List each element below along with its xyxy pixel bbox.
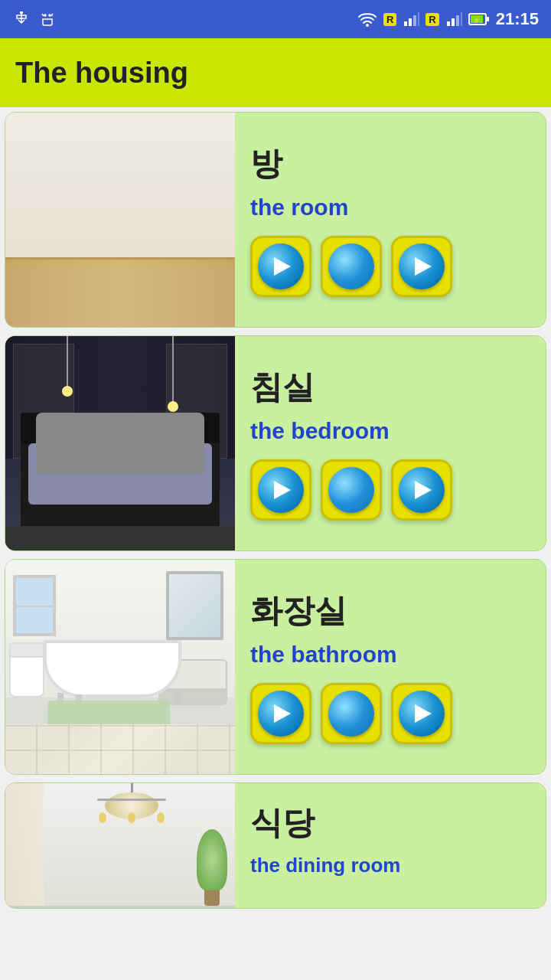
room-play-inner-1 — [258, 243, 304, 289]
wifi-icon — [357, 11, 377, 28]
room-circle-inner — [328, 243, 374, 289]
svg-point-1 — [366, 24, 369, 27]
bedroom-play-inner-2 — [399, 467, 445, 513]
bedroom-play-triangle-1 — [274, 481, 291, 499]
room-play-button-2[interactable] — [391, 236, 452, 297]
status-right-icons: R R ⚡ 21:15 — [357, 9, 539, 29]
bathroom-illustration — [5, 560, 235, 774]
bedroom-play-button-1[interactable] — [250, 459, 311, 521]
svg-rect-4 — [413, 15, 416, 26]
bathroom-card-content: 화장실 the bathroom — [235, 560, 546, 774]
bedroom-buttons — [250, 459, 533, 521]
usb-icon — [12, 10, 31, 28]
svg-rect-8 — [456, 15, 459, 26]
bedroom-english: the bedroom — [250, 418, 533, 444]
signal-indicator-2: R — [425, 13, 439, 26]
bathroom-image — [5, 560, 235, 774]
svg-rect-0 — [20, 11, 23, 14]
room-play-inner-2 — [399, 243, 445, 289]
bathroom-buttons — [250, 683, 533, 744]
dining-english: the dining room — [250, 854, 533, 877]
room-card-content: 방 the room — [235, 113, 546, 327]
room-play-button-1[interactable] — [250, 236, 311, 297]
card-bedroom: 침실 the bedroom — [5, 335, 546, 551]
room-image — [5, 113, 235, 327]
time-display: 21:15 — [496, 9, 539, 29]
bathroom-play-inner-1 — [258, 691, 304, 737]
bedroom-play-inner-1 — [258, 467, 304, 513]
bedroom-korean: 침실 — [250, 366, 533, 409]
bedroom-play-button-2[interactable] — [391, 459, 452, 521]
bathroom-circle-inner — [328, 691, 374, 737]
status-bar: R R ⚡ 21:15 — [0, 0, 551, 38]
bedroom-illustration — [5, 336, 235, 550]
room-illustration — [5, 113, 235, 327]
svg-rect-2 — [404, 21, 407, 26]
card-room: 방 the room — [5, 112, 546, 328]
signal-bars-2 — [445, 11, 462, 28]
room-buttons — [250, 236, 533, 297]
card-dining: 식당 the dining room — [5, 782, 546, 909]
room-circle-button[interactable] — [321, 236, 382, 297]
svg-rect-7 — [452, 18, 455, 26]
svg-rect-9 — [461, 12, 462, 26]
bathroom-play-button-2[interactable] — [391, 683, 452, 744]
bathroom-play-triangle-1 — [274, 704, 291, 723]
dining-illustration — [5, 783, 235, 906]
room-korean: 방 — [250, 142, 533, 185]
status-left-icons — [12, 10, 57, 28]
room-english: the room — [250, 194, 533, 220]
svg-rect-3 — [409, 18, 412, 26]
svg-rect-12 — [486, 17, 489, 21]
page-title: The housing — [15, 57, 188, 90]
app-header: The housing — [0, 38, 551, 107]
bathroom-play-inner-2 — [399, 691, 445, 737]
svg-rect-6 — [447, 21, 450, 26]
bedroom-card-content: 침실 the bedroom — [235, 336, 546, 550]
bedroom-circle-inner — [328, 467, 374, 513]
dining-image — [5, 783, 235, 908]
bedroom-image — [5, 336, 235, 550]
room-play-triangle-2 — [415, 257, 432, 276]
svg-text:⚡: ⚡ — [473, 16, 481, 24]
card-bathroom: 화장실 the bathroom — [5, 559, 546, 775]
bathroom-circle-button[interactable] — [321, 683, 382, 744]
bathroom-play-button-1[interactable] — [250, 683, 311, 744]
signal-bars-1 — [403, 11, 419, 28]
cards-container: 방 the room — [0, 107, 551, 921]
svg-rect-5 — [418, 12, 419, 26]
bathroom-play-triangle-2 — [415, 704, 432, 723]
bedroom-circle-button[interactable] — [321, 459, 382, 521]
dining-card-content: 식당 the dining room — [235, 783, 546, 908]
bedroom-play-triangle-2 — [415, 481, 432, 499]
bathroom-korean: 화장실 — [250, 590, 533, 632]
room-play-triangle-1 — [274, 257, 291, 276]
android-icon — [38, 10, 57, 28]
dining-korean: 식당 — [250, 802, 533, 844]
signal-indicator: R — [383, 13, 396, 26]
bathroom-english: the bathroom — [250, 642, 533, 668]
battery-icon: ⚡ — [468, 11, 490, 28]
